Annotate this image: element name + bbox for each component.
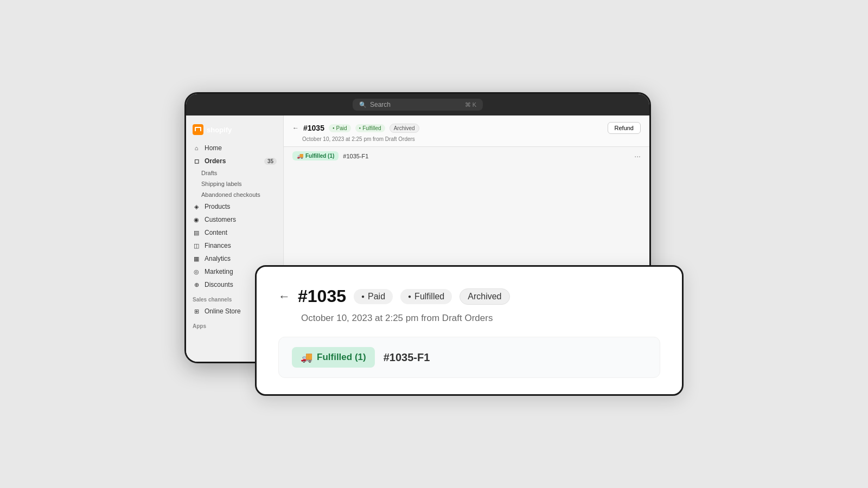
paid-badge-small: Paid <box>329 124 351 132</box>
app-name: shopify <box>207 126 232 134</box>
sidebar-label-orders: Orders <box>205 157 226 165</box>
order-date-small: October 10, 2023 at 2:25 pm from Draft O… <box>292 136 641 142</box>
sidebar-label-online-store: Online Store <box>205 307 241 315</box>
online-store-icon: ⊞ <box>193 307 200 315</box>
sidebar-label-home: Home <box>205 144 222 152</box>
sidebar-label-drafts: Drafts <box>201 170 217 176</box>
sidebar-label-products: Products <box>205 203 230 210</box>
sidebar-label-abandoned: Abandoned checkouts <box>201 191 260 198</box>
orders-badge: 35 <box>264 158 277 165</box>
sidebar-label-finances: Finances <box>205 242 231 249</box>
order-title-row: ← #1035 Paid Fulfilled Archived Refund <box>292 122 641 134</box>
back-arrow-small[interactable]: ← <box>292 124 299 132</box>
order-header: ← #1035 Paid Fulfilled Archived Refund O… <box>284 115 649 147</box>
sidebar-label-marketing: Marketing <box>205 268 233 275</box>
discounts-icon: ⊕ <box>193 281 200 288</box>
sidebar-label-analytics: Analytics <box>205 255 231 262</box>
fg-fulfillment-row: 🚚 Fulfilled (1) #1035-F1 <box>278 337 660 378</box>
search-icon: 🔍 <box>359 101 367 108</box>
fg-paid-badge: Paid <box>354 289 393 304</box>
sidebar-item-customers[interactable]: ◉ Customers <box>186 213 283 226</box>
fg-fulfilled-label: Fulfilled (1) <box>317 352 366 363</box>
shopify-logo-icon <box>193 124 203 135</box>
sidebar-item-analytics[interactable]: ▦ Analytics <box>186 252 283 265</box>
customers-icon: ◉ <box>193 216 200 223</box>
sidebar-label-content: Content <box>205 229 227 236</box>
sidebar-label-shipping: Shipping labels <box>201 181 242 187</box>
sidebar-item-drafts[interactable]: Drafts <box>186 168 283 178</box>
orders-icon: ◻ <box>193 157 200 165</box>
sidebar-item-finances[interactable]: ◫ Finances <box>186 239 283 252</box>
fulfilled-badge-pill-small: 🚚 Fulfilled (1) <box>292 151 339 160</box>
products-icon: ◈ <box>193 203 200 210</box>
finances-icon: ◫ <box>193 242 200 249</box>
fg-order-date: October 10, 2023 at 2:25 pm from Draft O… <box>278 313 660 324</box>
fg-order-number: #1035 <box>298 286 346 306</box>
fg-truck-icon: 🚚 <box>301 351 312 363</box>
refund-button[interactable]: Refund <box>608 122 641 134</box>
fulfilled-badge-small: Fulfilled <box>355 124 385 132</box>
sidebar-label-customers: Customers <box>205 216 236 223</box>
sidebar-item-content[interactable]: ▤ Content <box>186 226 283 239</box>
sidebar-label-discounts: Discounts <box>205 281 233 288</box>
fg-fulfilled-pill: 🚚 Fulfilled (1) <box>292 347 375 368</box>
search-text: Search <box>370 101 391 108</box>
fulfillment-row-small: 🚚 Fulfilled (1) #1035-F1 ··· <box>284 147 649 165</box>
fulfillment-id-small: #1035-F1 <box>343 153 368 159</box>
fg-fulfillment-id: #1035-F1 <box>384 351 430 364</box>
more-options-icon[interactable]: ··· <box>634 152 641 160</box>
sidebar-item-orders[interactable]: ◻ Orders 35 <box>186 155 283 168</box>
analytics-icon: ▦ <box>193 255 200 262</box>
sidebar-item-products[interactable]: ◈ Products <box>186 200 283 213</box>
content-icon: ▤ <box>193 229 200 236</box>
sidebar-logo: shopify <box>186 122 283 142</box>
truck-icon-small: 🚚 <box>297 153 303 159</box>
fulfilled-label-small: Fulfilled (1) <box>305 153 334 159</box>
fg-back-arrow[interactable]: ← <box>278 290 290 304</box>
titlebar: 🔍 Search ⌘ K <box>186 94 649 115</box>
fg-order-header: ← #1035 Paid Fulfilled Archived <box>278 286 660 306</box>
search-bar[interactable]: 🔍 Search ⌘ K <box>353 99 483 111</box>
archived-badge-small: Archived <box>390 124 419 133</box>
home-icon: ⌂ <box>193 144 200 152</box>
sidebar-item-shipping-labels[interactable]: Shipping labels <box>186 178 283 189</box>
shortcut-badge: ⌘ K <box>465 101 476 108</box>
sidebar-item-home[interactable]: ⌂ Home <box>186 142 283 155</box>
fg-archived-badge: Archived <box>459 288 509 305</box>
order-number-small: #1035 <box>303 124 324 132</box>
foreground-order-card: ← #1035 Paid Fulfilled Archived October … <box>255 265 684 396</box>
marketing-icon: ◎ <box>193 268 200 275</box>
sidebar-item-abandoned-checkouts[interactable]: Abandoned checkouts <box>186 189 283 200</box>
fg-fulfilled-badge: Fulfilled <box>400 289 452 304</box>
